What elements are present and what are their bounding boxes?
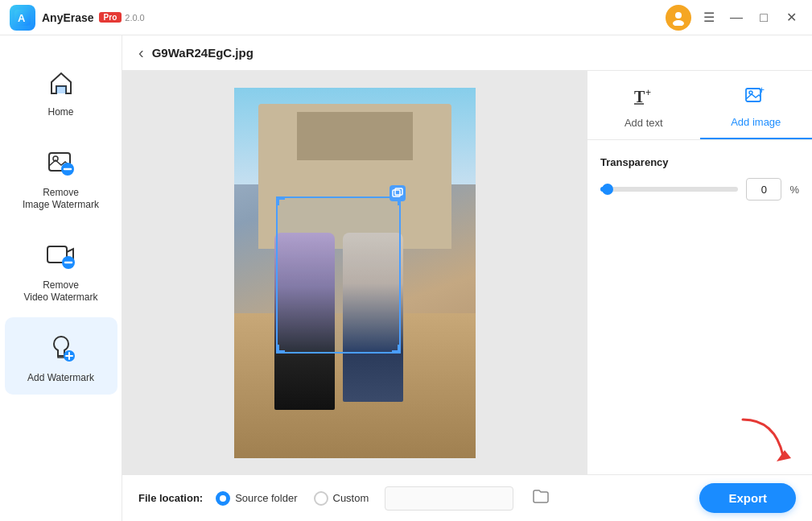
- svg-point-3: [673, 20, 684, 26]
- bottom-bar: File location: Source folder Custom: [122, 474, 812, 521]
- slider-thumb[interactable]: [602, 184, 613, 195]
- remove-image-watermark-icon: [42, 143, 80, 182]
- custom-radio[interactable]: [314, 491, 328, 506]
- minimize-button[interactable]: —: [725, 6, 748, 29]
- source-folder-radio[interactable]: [216, 491, 230, 506]
- add-watermark-label: Add Watermark: [27, 372, 94, 385]
- arrow-icon: [735, 411, 799, 468]
- radio-group: Source folder Custom: [216, 486, 549, 511]
- menu-button[interactable]: ☰: [698, 6, 720, 29]
- add-text-icon: T +: [633, 85, 655, 112]
- svg-rect-11: [393, 190, 400, 196]
- corner-handle-bl[interactable]: [277, 345, 285, 353]
- maximize-button[interactable]: □: [752, 6, 775, 29]
- file-location-label: File location:: [138, 492, 203, 504]
- export-button[interactable]: Export: [699, 483, 796, 513]
- window-controls: ☰ — □ ✕: [698, 6, 802, 29]
- tabs-row: T + Add text: [587, 71, 812, 140]
- add-image-label: Add image: [731, 116, 781, 128]
- add-image-icon: +: [744, 84, 767, 111]
- transparency-slider[interactable]: [600, 187, 738, 192]
- transparency-label: Transparency: [600, 156, 799, 168]
- svg-rect-4: [56, 86, 66, 93]
- tab-add-image[interactable]: + Add image: [700, 71, 813, 139]
- source-folder-label: Source folder: [235, 492, 297, 504]
- selection-icon: [390, 185, 406, 201]
- remove-video-watermark-label: RemoveVideo Watermark: [23, 279, 97, 304]
- add-watermark-icon: [42, 329, 80, 367]
- percent-label: %: [789, 184, 799, 196]
- pro-badge: Pro: [99, 12, 122, 23]
- custom-label: Custom: [333, 492, 369, 504]
- filename: G9WaR24EgC.jpg: [152, 46, 253, 60]
- corner-handle-tl[interactable]: [277, 197, 285, 205]
- selection-box[interactable]: [276, 196, 401, 354]
- right-panel: T + Add text: [587, 71, 812, 474]
- sidebar-item-add-watermark[interactable]: Add Watermark: [5, 317, 117, 395]
- content-header: ‹ G9WaR24EgC.jpg: [122, 35, 812, 71]
- tab-add-text[interactable]: T + Add text: [587, 71, 700, 139]
- svg-rect-12: [395, 188, 402, 195]
- close-button[interactable]: ✕: [780, 6, 802, 29]
- svg-text:+: +: [645, 87, 651, 98]
- canvas-area: T + Add text: [122, 71, 812, 474]
- svg-text:A: A: [18, 12, 26, 24]
- remove-video-watermark-icon: [42, 236, 80, 275]
- user-avatar[interactable]: [666, 5, 691, 31]
- content-area: ‹ G9WaR24EgC.jpg: [122, 35, 812, 521]
- folder-browse-icon[interactable]: [533, 489, 549, 507]
- image-panel[interactable]: [122, 71, 587, 474]
- add-text-label: Add text: [624, 117, 663, 129]
- arrow-area: [587, 410, 812, 474]
- sidebar: Home RemoveImage Watermark: [0, 35, 122, 521]
- sidebar-item-home[interactable]: Home: [5, 52, 117, 129]
- custom-option[interactable]: Custom: [314, 491, 369, 506]
- transparency-row: 0 %: [600, 178, 799, 201]
- source-folder-option[interactable]: Source folder: [216, 491, 297, 506]
- app-name: AnyErase: [42, 11, 94, 24]
- remove-image-watermark-label: RemoveImage Watermark: [23, 187, 99, 212]
- radio-check-inner: [220, 495, 226, 502]
- image-container: [234, 88, 476, 458]
- home-label: Home: [47, 106, 73, 119]
- custom-path-input[interactable]: [385, 486, 513, 511]
- panel-content: Transparency 0 %: [587, 140, 812, 410]
- svg-text:+: +: [759, 85, 765, 96]
- svg-point-2: [675, 12, 682, 19]
- home-icon: [42, 63, 80, 101]
- corner-handle-tr[interactable]: [392, 197, 400, 205]
- transparency-value: 0: [746, 178, 781, 201]
- sidebar-item-remove-video[interactable]: RemoveVideo Watermark: [5, 225, 117, 314]
- svg-text:T: T: [634, 88, 645, 105]
- svg-marker-19: [777, 450, 791, 461]
- sidebar-item-remove-image[interactable]: RemoveImage Watermark: [5, 132, 117, 221]
- app-logo: A: [10, 5, 35, 31]
- app-version: 2.0.0: [125, 13, 144, 23]
- back-button[interactable]: ‹: [138, 43, 144, 62]
- titlebar: A AnyErase Pro 2.0.0 ☰ — □ ✕: [0, 0, 812, 35]
- corner-handle-br[interactable]: [392, 345, 400, 353]
